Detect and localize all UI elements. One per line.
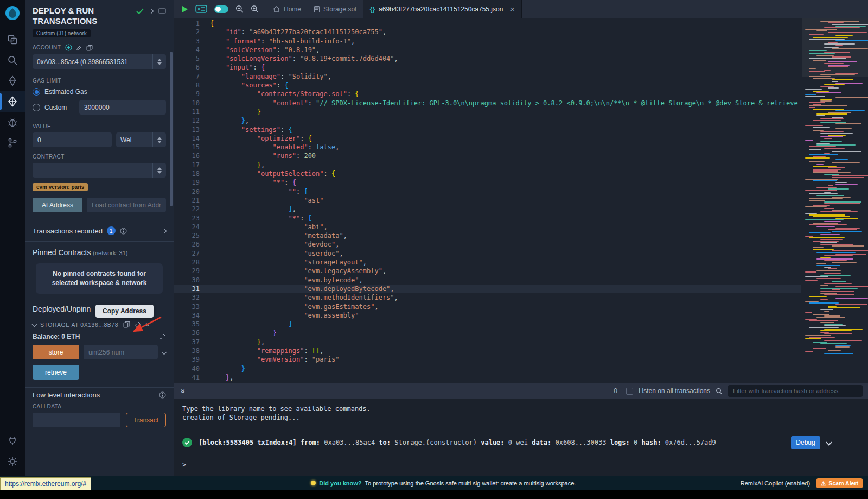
transact-button[interactable]: Transact (126, 413, 166, 427)
minimap[interactable] (802, 18, 868, 383)
info-icon[interactable] (159, 391, 166, 399)
code-line[interactable]: 41 }, (174, 373, 801, 382)
transactions-expand-icon[interactable] (162, 228, 167, 233)
code-line[interactable]: 21 "ast" (174, 196, 801, 205)
pin-contract-icon[interactable] (135, 321, 141, 328)
code-editor[interactable]: 1{2 "id": "a69b43f277ba20fcac141151250ca… (174, 18, 868, 383)
code-line[interactable]: 19 "*": { (174, 178, 801, 187)
code-line[interactable]: 30 "evm.bytecode", (174, 276, 801, 285)
sidebar-item-deploy-run[interactable] (0, 91, 25, 112)
copilot-status[interactable]: RemixAI Copilot (enabled) (741, 480, 810, 487)
code-line[interactable]: 16 "runs": 200 (174, 151, 801, 160)
code-line[interactable]: 37 }, (174, 338, 801, 346)
zoom-in-icon[interactable] (251, 5, 259, 13)
code-line[interactable]: 7 "language": "Solidity", (174, 72, 801, 81)
code-line[interactable]: 29 "evm.legacyAssembly", (174, 267, 801, 275)
code-line[interactable]: 9 "contracts/Storage.sol": { (174, 90, 801, 98)
edit-account-icon[interactable] (76, 45, 82, 51)
debug-button[interactable]: Debug (791, 436, 820, 449)
code-line[interactable]: 24 "abi", (174, 223, 801, 231)
retrieve-button[interactable]: retrieve (33, 365, 79, 380)
code-line[interactable]: 10 "content": "// SPDX-License-Identifie… (174, 99, 801, 108)
gas-custom-input[interactable] (79, 100, 166, 115)
gas-custom-radio[interactable]: Custom (33, 104, 79, 111)
code-line[interactable]: 26 "devdoc", (174, 240, 801, 249)
code-line[interactable]: 25 "metadata", (174, 231, 801, 240)
add-account-icon[interactable] (65, 44, 72, 51)
code-line[interactable]: 18 "outputSelection": { (174, 169, 801, 178)
contract-select[interactable] (33, 163, 166, 178)
sidebar-item-file-explorer[interactable] (0, 29, 25, 50)
store-arg-input[interactable] (84, 345, 158, 359)
tab-build-info-json[interactable]: {} a69b43f277ba20fcac141151250ca755.json… (363, 0, 522, 18)
panel-forward-icon[interactable] (149, 8, 154, 14)
code-line[interactable]: 4 "solcVersion": "0.8.19", (174, 46, 801, 54)
sidebar-item-debugger[interactable] (0, 112, 25, 132)
sidebar-item-plugin-manager[interactable] (0, 431, 25, 451)
gas-estimated-radio[interactable]: Estimated Gas (33, 88, 166, 96)
terminal-filter-input[interactable] (728, 385, 863, 397)
code-line[interactable]: 35 ] (174, 320, 801, 329)
copy-account-icon[interactable] (86, 45, 93, 51)
panel-scrollbar[interactable] (170, 52, 173, 206)
listen-all-checkbox[interactable] (626, 388, 633, 395)
terminal-collapse-icon[interactable]: » (179, 389, 188, 393)
tab-home[interactable]: Home (266, 0, 308, 18)
account-select[interactable]: 0xA03...85ac4 (0.39866531531 (33, 54, 166, 69)
code-line[interactable]: 28 "storageLayout", (174, 258, 801, 267)
code-line[interactable]: 40 } (174, 364, 801, 373)
code-line[interactable]: 2 "id": "a69b43f277ba20fcac141151250ca75… (174, 28, 801, 36)
code-line[interactable]: 33 "evm.gasEstimates", (174, 302, 801, 311)
code-line[interactable]: 14 "optimizer": { (174, 134, 801, 143)
code-line[interactable]: 11 } (174, 108, 801, 116)
code-line[interactable]: 6 "input": { (174, 63, 801, 72)
edit-balance-icon[interactable] (159, 333, 166, 340)
code-line[interactable]: 1{ (174, 19, 801, 28)
value-input[interactable] (33, 132, 112, 147)
code-line[interactable]: 13 "settings": { (174, 125, 801, 134)
copy-address-icon[interactable] (123, 321, 130, 328)
sidebar-item-settings[interactable] (0, 451, 25, 472)
code-line[interactable]: 38 "remappings": [], (174, 346, 801, 355)
code-line[interactable]: 32 "evm.methodIdentifiers", (174, 293, 801, 302)
terminal-prompt[interactable]: > (182, 461, 859, 469)
calldata-input[interactable] (33, 413, 120, 427)
zoom-out-icon[interactable] (235, 5, 244, 13)
tab-storage-sol[interactable]: Storage.sol (308, 0, 363, 18)
code-line[interactable]: 22 ], (174, 205, 801, 213)
remove-contract-icon[interactable]: × (145, 322, 150, 327)
sidebar-item-git[interactable] (0, 132, 25, 153)
code-line[interactable]: 17 }, (174, 161, 801, 169)
close-tab-icon[interactable]: × (510, 5, 514, 14)
code-line[interactable]: 15 "enabled": false, (174, 143, 801, 151)
scam-alert-badge[interactable]: ⚠ Scam Alert (816, 478, 863, 488)
script-runner-icon[interactable] (195, 5, 207, 13)
store-button[interactable]: store (33, 345, 79, 359)
transaction-log-row[interactable]: [block:5583405 txIndex:4] from: 0xa03...… (182, 436, 859, 449)
remix-logo[interactable] (4, 4, 21, 22)
code-line[interactable]: 31 "evm.deployedBytecode", (174, 285, 801, 293)
code-line[interactable]: 36 } (174, 329, 801, 337)
value-unit-select[interactable]: Wei (116, 132, 166, 147)
run-script-icon[interactable] (181, 5, 188, 13)
tx-expand-icon[interactable] (826, 439, 832, 445)
code-line[interactable]: 34 "evm.assembly" (174, 311, 801, 320)
code-line[interactable]: 12 }, (174, 116, 801, 125)
at-address-button[interactable]: At Address (33, 198, 82, 212)
code-line[interactable]: 5 "solcLongVersion": "0.8.19+commit.7dd6… (174, 54, 801, 63)
code-line[interactable]: 3 "_format": "hh-sol-build-info-1", (174, 37, 801, 46)
ai-copilot-toggle[interactable] (214, 5, 228, 13)
contract-collapse-icon[interactable] (32, 322, 37, 327)
pin-panel-icon[interactable] (158, 8, 166, 14)
at-address-input[interactable] (87, 198, 166, 212)
code-line[interactable]: 23 "*": [ (174, 214, 801, 223)
expand-args-icon[interactable] (162, 350, 167, 355)
code-line[interactable]: 8 "sources": { (174, 81, 801, 90)
sidebar-item-search[interactable] (0, 50, 25, 71)
code-line[interactable]: 20 "": [ (174, 187, 801, 196)
code-line[interactable]: 27 "userdoc", (174, 249, 801, 258)
code-line[interactable]: 39 "evmVersion": "paris" (174, 355, 801, 364)
sidebar-item-solidity-compiler[interactable] (0, 71, 25, 91)
info-icon[interactable] (120, 228, 127, 235)
terminal-search-icon[interactable] (716, 388, 723, 395)
